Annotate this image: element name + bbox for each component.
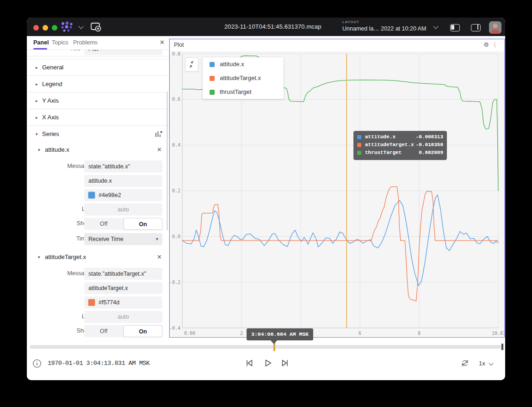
playback-speed[interactable]: 1x [479,360,485,367]
play-icon[interactable] [263,358,273,370]
caret-down-icon: ▾ [38,255,40,259]
tooltip-row: attitudeTarget.x -0.018358 [357,142,443,149]
tooltip-series-name: thrustTarget [365,150,402,155]
line-size-input[interactable]: auto [84,311,162,323]
series-item-attitude-target-x[interactable]: ▾ attitudeTarget.x ✕ [27,249,169,265]
maximize-window-button[interactable] [52,25,57,31]
tab-topics[interactable]: Topics [52,39,68,46]
y-tick-label: -0.2 [170,280,180,285]
layout-chevron-icon[interactable] [433,24,438,29]
gear-icon[interactable]: ⚙ [483,41,489,48]
remove-series-icon[interactable]: ✕ [157,253,162,260]
timestamp-value: Receive Time [88,236,124,242]
legend-item[interactable]: attitude.x [203,57,284,71]
show-lines-toggle: Off On [84,325,162,337]
section-series[interactable]: ▾ Series [27,125,169,142]
message-path-input[interactable]: state."attitudeTarget.x" [84,268,162,280]
color-input[interactable]: #f5774d [84,296,162,308]
x-tick-label: 8 [418,331,421,336]
sidebar-scrollbar[interactable] [167,92,168,230]
clipped-title-row: Title Plot [27,50,169,56]
data-source-chevron-icon[interactable] [78,24,83,29]
settings-sidebar: Panel Topics Problems ✕ Title Plot ▸ Gen… [27,36,169,356]
app-window: 2023-11-10T04:51:45.631370.mcap LAYOUT U… [27,18,505,380]
remove-series-icon[interactable]: ✕ [157,146,162,153]
section-x-axis[interactable]: ▸ X Axis [27,109,169,125]
legend-label: attitudeTarget.x [220,74,261,81]
show-lines-off-button[interactable]: Off [84,325,123,337]
field-color: Color #f5774d [27,296,169,310]
kebab-menu-icon[interactable]: ⋮ [492,41,498,48]
plot-panel[interactable]: Plot ⚙ ⋮ 0.80.60.40.20.0-0.2-0.40.002468… [169,39,505,338]
series-color-swatch[interactable] [210,90,215,95]
foxglove-logo-icon[interactable] [60,21,77,34]
tab-panel[interactable]: Panel [33,39,49,46]
timestamp-select[interactable]: Receive Time ▾ [84,233,162,245]
series-color-swatch[interactable] [210,62,215,67]
show-lines-off-button[interactable]: Off [84,218,123,230]
label-input[interactable]: attitude.x [84,175,162,187]
tooltip-series-name: attitude.x [365,134,396,140]
plot-hover-tooltip: attitude.x -0.008313 attitudeTarget.x -0… [353,131,447,160]
add-panel-icon[interactable] [90,22,101,34]
chevron-down-icon: ▾ [156,233,158,245]
section-legend[interactable]: ▸ Legend [27,75,169,92]
series-item-attitude-x[interactable]: ▾ attitude.x ✕ [27,142,169,158]
color-input[interactable]: #4e98e2 [84,189,162,201]
y-tick-label: 0.8 [172,51,180,56]
caret-right-icon: ▸ [36,115,38,120]
legend-item[interactable]: thrustTarget [203,85,284,99]
info-icon[interactable] [32,359,42,370]
field-label: Label attitudeTarget.x [27,281,169,296]
tooltip-series-name: attitudeTarget.x [365,142,414,148]
loop-off-icon[interactable] [460,358,470,370]
color-hex-text: #4e98e2 [99,189,121,201]
y-tick-label: -0.4 [170,326,180,331]
field-color: Color #4e98e2 [27,188,169,203]
active-tab-underline [33,48,47,49]
legend-item[interactable]: attitudeTarget.x [203,71,284,85]
field-show-lines: Show lines Off On [27,217,169,231]
color-swatch[interactable] [88,192,95,198]
title-field-input[interactable]: Plot [84,50,162,55]
left-sidebar-toggle-icon[interactable] [450,24,460,31]
field-message-path: Message pa… state."attitude.x" [27,160,169,174]
close-sidebar-icon[interactable]: ✕ [160,39,165,46]
line-size-input[interactable]: auto [84,204,162,216]
current-timestamp[interactable]: 1970-01-01 3:04:13.831 AM MSK [48,360,149,367]
color-swatch[interactable] [88,299,95,306]
layout-menu[interactable]: LAYOUT Unnamed la… 2022 at 10:20 AM [342,20,426,32]
y-tick-label: 0.0 [172,234,180,239]
sidebar-tabs: Panel Topics Problems ✕ [27,36,169,50]
x-tick-label: 2 [240,331,243,336]
caret-right-icon: ▸ [36,99,38,103]
series-color-swatch[interactable] [210,76,215,81]
collapse-legend-button[interactable] [185,57,198,72]
color-hex-text: #f5774d [99,296,119,308]
tooltip-row: thrustTarget 0.682089 [357,149,443,157]
show-lines-on-button[interactable]: On [124,325,162,337]
seek-forward-icon[interactable] [280,358,290,370]
scrubber-track[interactable] [30,345,502,349]
section-x-axis-label: X Axis [42,114,59,121]
section-series-label: Series [42,130,59,137]
speed-chevron-icon[interactable] [489,361,494,366]
section-general[interactable]: ▸ General [27,59,169,75]
tab-problems[interactable]: Problems [73,39,98,46]
data-source-title[interactable]: 2023-11-10T04:51:45.631370.mcap [224,23,322,30]
field-timestamp: Timestamp Receive Time ▾ [27,232,169,247]
scrubber-time-tooltip: 3:04:08.684 AM MSK [247,328,313,340]
close-window-button[interactable] [33,25,39,31]
add-series-icon[interactable] [155,130,163,140]
y-tick-label: 0.6 [172,97,180,102]
label-input[interactable]: attitudeTarget.x [84,282,162,294]
user-avatar[interactable] [489,21,501,34]
layout-name: Unnamed la… 2022 at 10:20 AM [342,25,426,32]
right-sidebar-toggle-icon[interactable] [471,24,481,31]
scrubber-end-marker [501,344,503,350]
minimize-window-button[interactable] [43,25,48,31]
message-path-input[interactable]: state."attitude.x" [84,160,162,173]
seek-backward-icon[interactable] [244,358,254,370]
section-y-axis[interactable]: ▸ Y Axis [27,92,169,109]
show-lines-on-button[interactable]: On [124,218,162,230]
